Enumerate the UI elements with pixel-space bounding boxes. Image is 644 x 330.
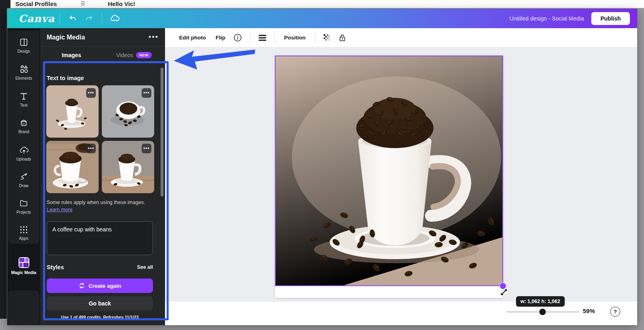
flip-button[interactable]: Flip (212, 32, 229, 43)
generated-image-thumbnail[interactable]: ••• (46, 85, 99, 138)
create-again-button[interactable]: Create again (47, 278, 153, 293)
canva-window: Canva Untitled design - Social Media Pub… (7, 9, 637, 325)
resize-cursor-icon (498, 287, 510, 298)
panel-scroll-area: Text to image •• (40, 64, 165, 325)
thumbnail-options-icon[interactable]: ••• (86, 88, 96, 98)
tab-label: Images (62, 52, 81, 58)
panel-menu-icon[interactable]: ••• (149, 33, 159, 41)
sidebar-item-label: Draw (19, 184, 28, 188)
styles-row: Styles See all (47, 264, 153, 270)
background-partial-greeting: Hello Vic! (108, 0, 135, 7)
panel-tabs: Images VideosNEW (40, 48, 165, 62)
publish-button[interactable]: Publish (591, 12, 630, 25)
sidebar-item-label: Brand (19, 130, 29, 134)
background-page-strip: Social Profiles ☰ Hello Vic! (0, 0, 644, 8)
sidebar-item-apps[interactable]: Apps (7, 221, 40, 245)
sidebar-group-background (8, 291, 39, 325)
rules-text-body: Some rules apply when using these images… (47, 200, 145, 205)
thumbnail-options-icon[interactable]: ••• (142, 88, 151, 98)
generated-image-thumbnail[interactable]: ••• (102, 141, 154, 193)
sidebar-item-projects[interactable]: Projects (7, 194, 40, 219)
uploads-icon (19, 145, 29, 155)
context-toolbar: Edit photo Flip Position (165, 28, 637, 47)
toolbar-divider (250, 33, 250, 43)
position-button[interactable]: Position (281, 32, 309, 43)
help-icon[interactable]: ? (610, 307, 620, 317)
sidebar-item-uploads[interactable]: Uploads (7, 141, 40, 166)
sidebar-item-label: Projects (17, 210, 31, 214)
section-title: Text to image (47, 75, 84, 81)
panel-title: Magic Media (47, 34, 85, 41)
background-sidebar-corner (0, 0, 10, 8)
cloud-sync-icon[interactable] (107, 11, 123, 26)
elements-icon (19, 64, 29, 74)
panel-scrollbar[interactable] (161, 68, 163, 196)
styles-heading: Styles (47, 264, 64, 270)
toolbar-divider (275, 33, 275, 43)
text-icon (19, 91, 29, 101)
sidebar-item-label: Apps (19, 236, 29, 241)
sidebar-item-text[interactable]: Text (7, 87, 40, 112)
design-icon (19, 37, 29, 47)
spacing-lines-icon[interactable] (256, 31, 269, 44)
background-left-strip (0, 8, 7, 319)
thumbnail-options-icon[interactable]: ••• (142, 144, 151, 153)
sidebar-item-elements[interactable]: Elements (7, 60, 40, 85)
tab-videos[interactable]: VideosNEW (103, 48, 165, 62)
size-tooltip: w: 1,062 h: 1,062 (516, 296, 565, 307)
redo-icon[interactable] (81, 11, 97, 26)
zoom-slider[interactable] (506, 311, 580, 313)
generated-image-thumbnail[interactable]: ••• (46, 141, 99, 193)
tab-images[interactable]: Images (40, 48, 103, 62)
go-back-button[interactable]: Go back (47, 296, 153, 311)
undo-icon[interactable] (65, 11, 81, 26)
sidebar-item-label: Magic Media (11, 270, 36, 275)
transparency-icon[interactable] (321, 31, 334, 44)
panel-header: Magic Media ••• (40, 28, 165, 47)
svg-text:co.: co. (22, 122, 25, 125)
toolbar-divider (315, 33, 315, 43)
sidebar-item-label: Elements (15, 76, 32, 80)
info-icon[interactable] (231, 31, 244, 44)
learn-more-link[interactable]: Learn more (47, 207, 72, 212)
selected-generated-image[interactable] (275, 56, 503, 286)
design-canvas[interactable] (165, 47, 637, 301)
sidebar-item-magic-media[interactable]: Magic Media (7, 252, 40, 280)
draw-icon (19, 172, 29, 182)
credits-text: Use 1 of 499 credits. Refreshes 11/1/23 (40, 315, 159, 320)
toolbar-divider (60, 13, 60, 24)
projects-icon (19, 198, 29, 208)
zoom-percent[interactable]: 59% (583, 307, 595, 314)
magic-media-icon (19, 257, 29, 268)
prompt-input[interactable]: A coffee cup with beans (47, 221, 153, 255)
sidebar-item-label: Uploads (17, 157, 31, 161)
sidebar-item-label: Text (20, 103, 27, 107)
background-partial-text: Social Profiles (15, 0, 57, 7)
brand-icon: co. (19, 118, 29, 128)
rules-text: Some rules apply when using these images… (47, 199, 154, 213)
document-title[interactable]: Untitled design - Social Media (510, 9, 584, 28)
lock-icon[interactable] (336, 31, 349, 44)
toolbar-divider (102, 13, 102, 24)
design-page[interactable] (275, 56, 503, 298)
see-all-link[interactable]: See all (137, 264, 153, 270)
sidebar-item-brand[interactable]: co. Brand (7, 113, 40, 138)
editor-area: Edit photo Flip Position (165, 28, 637, 325)
sidebar-item-draw[interactable]: Draw (7, 167, 40, 192)
regenerate-icon (78, 283, 85, 289)
top-menu-bar: Canva Untitled design - Social Media Pub… (7, 9, 637, 28)
background-menu-icon: ☰ (80, 0, 85, 6)
generated-image-thumbnail[interactable]: ••• (102, 85, 154, 138)
status-bar: 59% ? (165, 301, 637, 325)
magic-media-panel: Magic Media ••• Images VideosNEW Text to… (40, 28, 165, 325)
zoom-slider-thumb[interactable] (539, 309, 546, 315)
edit-photo-button[interactable]: Edit photo (175, 32, 210, 43)
create-again-label: Create again (89, 283, 121, 289)
new-badge: NEW (136, 52, 152, 58)
thumbnail-options-icon[interactable]: ••• (86, 144, 96, 153)
left-sidebar: Design Elements Text co. Brand Uploads D… (7, 28, 40, 325)
sidebar-item-design[interactable]: Design (7, 33, 40, 58)
canva-logo[interactable]: Canva (19, 13, 55, 25)
sidebar-item-label: Design (17, 49, 30, 54)
tab-label: Videos (116, 52, 133, 58)
